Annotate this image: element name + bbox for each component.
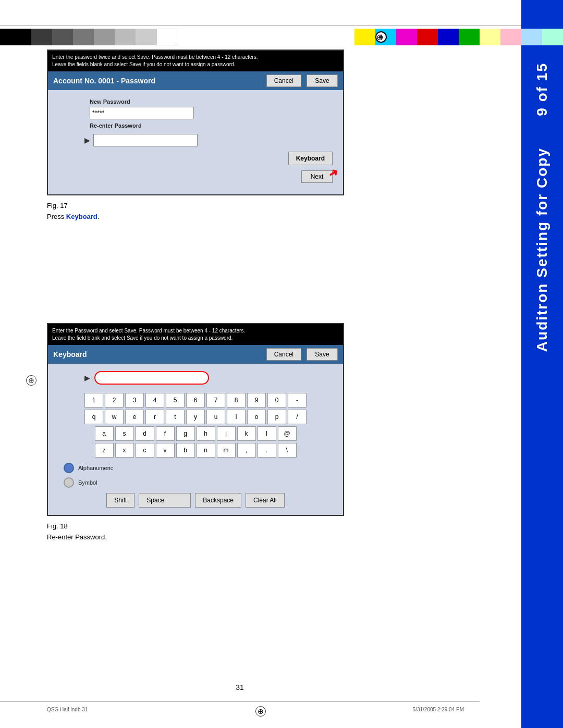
key-8[interactable]: 8 [227,393,246,408]
fig18-instruction: Enter the Password and select Save. Pass… [48,324,343,345]
reenter-password-input[interactable] [93,134,198,146]
shift-button[interactable]: Shift [106,493,134,508]
key-slash[interactable]: / [288,410,307,424]
fig17-header: Account No. 0001 - Password Cancel Save [48,71,343,90]
key-p[interactable]: p [267,410,286,424]
key-3[interactable]: 3 [125,393,144,408]
fig17-area: Enter the password twice and select Save… [47,50,506,223]
key-6[interactable]: 6 [186,393,205,408]
key-x[interactable]: x [115,443,134,458]
key-e[interactable]: e [125,410,144,424]
fig18-body: ▶ 1 2 3 4 5 6 7 8 9 [48,364,343,515]
key-7[interactable]: 7 [206,393,225,408]
page-number: 31 [0,683,480,692]
key-backslash[interactable]: \ [278,443,297,458]
fig18-title: Keyboard [53,350,261,359]
fig17-instruction: Enter the password twice and select Save… [48,51,343,71]
backspace-button[interactable]: Backspace [195,493,241,508]
footer-right: 5/31/2005 2:29:04 PM [413,707,464,712]
radio-section: Alphanumeric Symbol [58,463,333,488]
fig17-title: Account No. 0001 - Password [53,77,261,85]
key-n[interactable]: n [197,443,215,458]
kbd-row-4: z x c v b n m , . \ [58,443,333,458]
bottom-rule [0,701,480,702]
cb-lgreen [542,29,563,45]
alphanumeric-radio[interactable] [64,463,74,473]
key-5[interactable]: 5 [166,393,185,408]
symbol-radio[interactable] [64,477,74,488]
key-z[interactable]: z [95,443,114,458]
clear-all-button[interactable]: Clear All [246,493,285,508]
kbd-row-1: 1 2 3 4 5 6 7 8 9 0 - [58,393,333,408]
right-sidebar: 9 of 15 Auditron Setting for Copy [521,0,563,728]
kbd-input-field[interactable] [94,371,209,385]
reenter-password-label: Re-enter Password [90,122,333,129]
fig17-keyword: Keyboard [66,213,97,220]
fig17-cancel-button[interactable]: Cancel [266,75,301,87]
page-indicator: 9 of 15 [534,63,550,116]
key-t[interactable]: t [166,410,185,424]
key-r[interactable]: r [145,410,164,424]
fig18-caption: Fig. 18 Re-enter Password. [47,521,506,543]
symbol-label: Symbol [78,479,97,486]
key-y[interactable]: y [186,410,205,424]
key-c[interactable]: c [136,443,154,458]
key-0[interactable]: 0 [267,393,286,408]
keyboard-button[interactable]: Keyboard [288,152,333,165]
key-at[interactable]: @ [278,426,297,441]
key-v[interactable]: v [156,443,175,458]
space-button[interactable]: Space [139,493,191,508]
fig17-body: New Password ***** Re-enter Password ▶ K… [48,90,343,194]
crosshair-bottom: ⊕ [255,706,266,717]
kbd-input-row: ▶ [84,371,333,385]
footer-left: QSG Half.indb 31 [47,707,88,712]
key-g[interactable]: g [176,426,195,441]
arrow-indicator: ▶ [84,136,90,144]
kbd-arrow: ▶ [84,374,90,382]
crosshair-left: ⊕ [26,375,36,386]
key-d[interactable]: d [136,426,154,441]
key-m[interactable]: m [217,443,236,458]
key-1[interactable]: 1 [84,393,103,408]
key-s[interactable]: s [115,426,134,441]
new-password-label: New Password [90,98,333,105]
key-2[interactable]: 2 [105,393,124,408]
kbd-row-3: a s d f g h j k l @ [58,426,333,441]
key-i[interactable]: i [227,410,246,424]
bottom-row: Shift Space Backspace Clear All [58,493,333,508]
key-f[interactable]: f [156,426,175,441]
fig18-area: Enter the Password and select Save. Pass… [47,323,506,543]
key-9[interactable]: 9 [247,393,266,408]
key-period[interactable]: . [258,443,276,458]
kbd-row-2: q w e r t y u i o p / [58,410,333,424]
next-btn-area: Next [58,170,333,183]
key-j[interactable]: j [217,426,236,441]
key-b[interactable]: b [176,443,195,458]
key-q[interactable]: q [84,410,103,424]
key-comma[interactable]: , [237,443,256,458]
key-a[interactable]: a [95,426,114,441]
new-password-input[interactable]: ***** [90,107,194,119]
main-content: Enter the password twice and select Save… [0,0,521,728]
alphanumeric-label: Alphanumeric [78,465,113,471]
key-minus[interactable]: - [288,393,307,408]
top-rule [0,25,521,26]
fig18-cancel-button[interactable]: Cancel [266,348,301,361]
key-w[interactable]: w [105,410,124,424]
fig18-screen: Enter the Password and select Save. Pass… [47,323,344,516]
fig17-save-button[interactable]: Save [307,75,338,87]
symbol-radio-row: Symbol [64,477,333,488]
fig18-save-button[interactable]: Save [307,348,338,361]
key-o[interactable]: o [247,410,266,424]
key-h[interactable]: h [197,426,215,441]
key-u[interactable]: u [206,410,225,424]
fig17-screen: Enter the password twice and select Save… [47,50,344,195]
section-title: Auditron Setting for Copy [534,147,550,352]
fig18-header: Keyboard Cancel Save [48,345,343,364]
fig17-caption: Fig. 17 Press Keyboard. [47,201,506,223]
cb-lblue [521,29,542,45]
key-4[interactable]: 4 [145,393,164,408]
alphanumeric-radio-row: Alphanumeric [64,463,333,473]
key-l[interactable]: l [258,426,276,441]
key-k[interactable]: k [237,426,256,441]
